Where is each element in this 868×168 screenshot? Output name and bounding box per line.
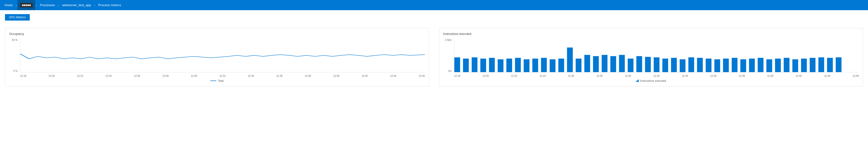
occupancy-x-12-34: 12:34 <box>248 75 254 77</box>
occupancy-x-12-22: 12:22 <box>77 75 83 77</box>
svg-rect-18 <box>610 56 616 72</box>
occupancy-line-svg <box>20 39 425 72</box>
occupancy-chart-title: Occupancy <box>9 32 425 36</box>
svg-rect-29 <box>706 59 712 72</box>
svg-rect-40 <box>801 59 807 72</box>
svg-rect-7 <box>515 58 521 72</box>
occupancy-x-12-42: 12:42 <box>362 75 368 77</box>
occupancy-chart-area: 50 % 0 % 12:18 12:20 12:22 12:24 12:26 <box>9 39 425 78</box>
occupancy-x-12-40: 12:40 <box>333 75 340 77</box>
svg-rect-8 <box>524 59 529 72</box>
svg-rect-19 <box>619 55 625 72</box>
svg-rect-1 <box>463 59 469 72</box>
breadcrumb-sep-4: › <box>93 3 96 7</box>
breadcrumb-hostname[interactable]: ■■■■■ <box>18 0 35 10</box>
instructions-x-12-34: 12:34 <box>682 75 688 77</box>
occupancy-x-12-36: 12:36 <box>276 75 282 77</box>
instructions-y-label-top: 2.5k/s <box>445 39 452 41</box>
instructions-legend-icon <box>636 79 639 82</box>
svg-rect-9 <box>532 59 538 72</box>
instructions-x-12-36: 12:36 <box>710 75 716 77</box>
instructions-bar-svg <box>454 39 859 72</box>
occupancy-x-12-30: 12:30 <box>191 75 197 77</box>
svg-rect-26 <box>680 59 685 72</box>
instructions-x-12-40: 12:40 <box>767 75 774 77</box>
gpu-metrics-button[interactable]: GPU Metrics <box>5 14 30 21</box>
breadcrumb-hosts[interactable]: Hosts <box>2 0 15 10</box>
instructions-x-12-20: 12:20 <box>483 75 489 77</box>
svg-rect-10 <box>541 58 547 72</box>
occupancy-x-12-44: 12:44 <box>390 75 396 77</box>
breadcrumb-app-label: webserver_test_app <box>62 3 91 7</box>
svg-rect-35 <box>757 58 763 72</box>
svg-rect-43 <box>827 58 833 72</box>
occupancy-x-12-46: 12:46 <box>418 75 425 77</box>
instructions-y-axis: 2.5k/s 0/s <box>443 39 453 72</box>
occupancy-x-12-18: 12:18 <box>20 75 26 77</box>
svg-rect-33 <box>740 59 746 72</box>
instructions-chart-area: 2.5k/s 0/s <box>443 39 859 78</box>
instructions-x-axis: 12:18 12:20 12:22 12:24 12:26 12:28 12:3… <box>454 73 859 78</box>
svg-rect-22 <box>645 57 651 72</box>
breadcrumb-hosts-label: Hosts <box>4 3 13 7</box>
svg-rect-30 <box>714 59 720 72</box>
svg-rect-16 <box>593 56 599 72</box>
charts-row: Occupancy 50 % 0 % 12:18 12:20 12:2 <box>5 28 863 87</box>
occupancy-x-12-26: 12:26 <box>134 75 140 77</box>
occupancy-legend-icon <box>210 80 216 81</box>
occupancy-x-12-38: 12:38 <box>305 75 311 77</box>
breadcrumb-processes[interactable]: Processes <box>37 0 58 10</box>
svg-rect-14 <box>576 59 581 72</box>
svg-rect-25 <box>671 58 677 72</box>
svg-rect-28 <box>697 58 703 72</box>
instructions-x-12-32: 12:32 <box>653 75 659 77</box>
svg-rect-41 <box>810 58 815 72</box>
svg-rect-2 <box>472 57 477 72</box>
svg-rect-24 <box>662 59 668 72</box>
svg-rect-31 <box>723 59 728 72</box>
breadcrumb-nav: Hosts › ■■■■■ › Processes › webserver_te… <box>0 0 868 10</box>
svg-rect-38 <box>784 58 789 72</box>
instructions-chart-title: Instructions executed <box>443 32 859 36</box>
instructions-x-12-18: 12:18 <box>454 75 460 77</box>
breadcrumb-app[interactable]: webserver_test_app <box>60 0 93 10</box>
instructions-x-12-28: 12:28 <box>596 75 602 77</box>
breadcrumb-sep-1: › <box>15 3 18 7</box>
svg-rect-20 <box>628 59 633 72</box>
instructions-x-12-44: 12:44 <box>824 75 830 77</box>
svg-rect-15 <box>584 55 590 72</box>
occupancy-chart: Occupancy 50 % 0 % 12:18 12:20 12:2 <box>5 28 429 87</box>
instructions-x-12-26: 12:26 <box>568 75 574 77</box>
occupancy-x-12-20: 12:20 <box>49 75 55 77</box>
main-content: GPU Metrics ∧ Occupancy 50 % 0 % <box>0 10 868 168</box>
svg-rect-11 <box>550 59 555 72</box>
svg-rect-12 <box>558 59 564 72</box>
svg-rect-6 <box>506 59 512 72</box>
breadcrumb-sep-2: › <box>35 3 37 7</box>
svg-rect-36 <box>766 59 772 72</box>
svg-rect-5 <box>498 59 503 72</box>
hostname-badge: ■■■■■ <box>20 3 33 7</box>
instructions-x-12-46: 12:46 <box>852 75 859 77</box>
occupancy-legend: Total <box>9 79 425 82</box>
instructions-plot <box>454 39 859 72</box>
svg-rect-17 <box>602 55 607 72</box>
svg-rect-42 <box>818 57 824 72</box>
breadcrumb-metrics[interactable]: Process metrics <box>96 0 124 10</box>
instructions-x-12-38: 12:38 <box>739 75 745 77</box>
occupancy-x-12-28: 12:28 <box>162 75 168 77</box>
svg-rect-23 <box>654 57 659 72</box>
svg-rect-44 <box>836 57 841 72</box>
svg-rect-21 <box>637 56 642 72</box>
occupancy-y-label-bottom: 0 % <box>13 70 18 72</box>
instructions-legend-label: Instructions executed <box>640 79 666 82</box>
instructions-x-12-22: 12:22 <box>511 75 517 77</box>
occupancy-x-12-24: 12:24 <box>105 75 112 77</box>
occupancy-x-12-32: 12:32 <box>219 75 225 77</box>
svg-rect-32 <box>732 58 737 72</box>
breadcrumb-metrics-label: Process metrics <box>98 3 121 7</box>
breadcrumb-sep-3: › <box>58 3 60 7</box>
svg-rect-39 <box>793 59 798 72</box>
svg-rect-3 <box>480 59 486 72</box>
instructions-chart: Instructions executed 2.5k/s 0/s <box>439 28 863 87</box>
